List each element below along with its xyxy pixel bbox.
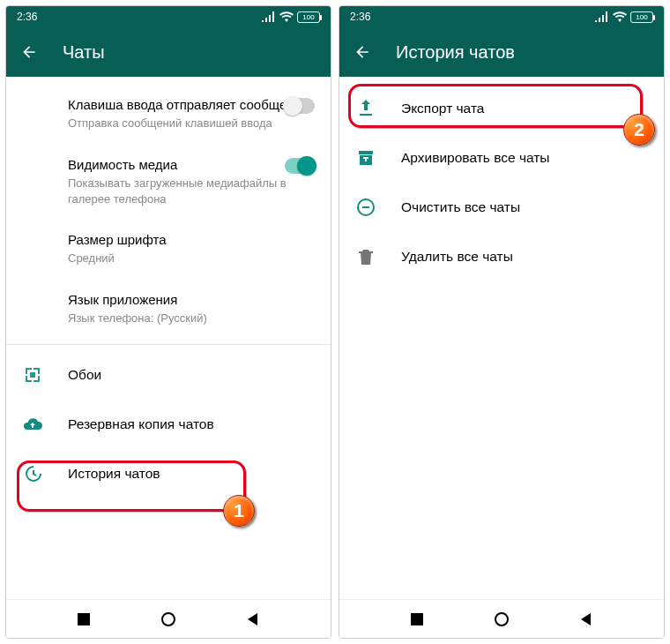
history-list: Экспорт чата Архивировать все чаты Очист… xyxy=(339,77,664,599)
cloud-up-icon xyxy=(22,414,43,435)
status-right: 100 xyxy=(262,11,320,23)
phone-right: 2:36 100 История чатов Экспорт чата Архи… xyxy=(339,5,665,639)
wallpaper-icon xyxy=(22,364,43,386)
signal-icon xyxy=(262,11,276,22)
history-icon xyxy=(22,463,43,484)
app-bar: Чаты xyxy=(6,27,331,77)
status-time: 2:36 xyxy=(350,11,370,23)
nav-recent-icon[interactable] xyxy=(409,611,425,627)
setting-title: Язык приложения xyxy=(68,291,315,309)
back-icon[interactable] xyxy=(20,43,38,61)
nav-home-icon[interactable] xyxy=(160,611,176,627)
battery-icon: 100 xyxy=(297,11,320,23)
row-backup[interactable]: Резервная копия чатов xyxy=(6,400,331,449)
wifi-icon xyxy=(613,11,627,22)
status-right: 100 xyxy=(595,11,653,23)
setting-subtitle: Отправка сообщений клавишей ввода xyxy=(68,116,315,131)
status-bar: 2:36 100 xyxy=(6,6,331,27)
page-title: История чатов xyxy=(396,42,515,63)
page-title: Чаты xyxy=(63,42,105,63)
back-icon[interactable] xyxy=(354,43,371,61)
row-wallpaper[interactable]: Обои xyxy=(6,350,331,400)
phone-left: 2:36 100 Чаты Клавиша ввода отправляет с… xyxy=(5,5,331,639)
setting-media-visibility[interactable]: Видимость медиа Показывать загруженные м… xyxy=(6,144,331,219)
row-label: Очистить все чаты xyxy=(401,199,520,215)
app-bar: История чатов xyxy=(339,27,664,77)
toggle-enter-sends[interactable] xyxy=(285,98,315,114)
svg-point-5 xyxy=(495,613,508,625)
wifi-icon xyxy=(279,11,294,22)
row-label: Резервная копия чатов xyxy=(68,416,214,432)
setting-enter-sends[interactable]: Клавиша ввода отправляет сообщение Отпра… xyxy=(6,84,331,144)
svg-point-1 xyxy=(162,613,175,625)
row-delete-all[interactable]: Удалить все чаты xyxy=(339,232,664,281)
divider xyxy=(6,344,331,345)
setting-subtitle: Показывать загруженные медиафайлы в гале… xyxy=(68,176,315,206)
row-clear-all[interactable]: Очистить все чаты xyxy=(339,183,664,232)
row-chat-history[interactable]: История чатов xyxy=(6,449,331,498)
setting-app-language[interactable]: Язык приложения Язык телефона: (Русский) xyxy=(6,279,331,339)
status-time: 2:36 xyxy=(17,11,37,23)
nav-bar xyxy=(6,599,331,638)
row-label: Экспорт чата xyxy=(401,101,484,116)
setting-font-size[interactable]: Размер шрифта Средний xyxy=(6,219,331,279)
row-export-chat[interactable]: Экспорт чата xyxy=(339,84,664,133)
row-label: Удалить все чаты xyxy=(401,249,513,265)
svg-rect-4 xyxy=(411,613,423,625)
nav-recent-icon[interactable] xyxy=(76,611,92,627)
row-archive-all[interactable]: Архивировать все чаты xyxy=(339,133,664,183)
setting-title: Видимость медиа xyxy=(68,156,315,174)
archive-icon xyxy=(355,147,376,168)
status-bar: 2:36 100 xyxy=(339,6,664,27)
clear-circle-icon xyxy=(355,197,376,218)
nav-bar xyxy=(339,599,664,638)
nav-home-icon[interactable] xyxy=(494,611,510,627)
setting-subtitle: Язык телефона: (Русский) xyxy=(68,311,315,326)
toggle-media-visibility[interactable] xyxy=(285,158,315,174)
setting-subtitle: Средний xyxy=(68,251,315,266)
row-label: История чатов xyxy=(68,466,160,482)
svg-rect-3 xyxy=(362,206,369,208)
svg-rect-0 xyxy=(78,613,90,625)
row-label: Обои xyxy=(68,367,101,383)
row-label: Архивировать все чаты xyxy=(401,150,549,166)
settings-list: Клавиша ввода отправляет сообщение Отпра… xyxy=(6,77,331,599)
setting-title: Размер шрифта xyxy=(68,231,315,249)
setting-title: Клавиша ввода отправляет сообщение xyxy=(68,96,315,114)
battery-icon: 100 xyxy=(630,11,653,23)
nav-back-icon[interactable] xyxy=(578,611,594,627)
trash-icon xyxy=(355,246,376,267)
signal-icon xyxy=(595,11,609,22)
nav-back-icon[interactable] xyxy=(245,611,261,627)
export-icon xyxy=(355,98,376,119)
